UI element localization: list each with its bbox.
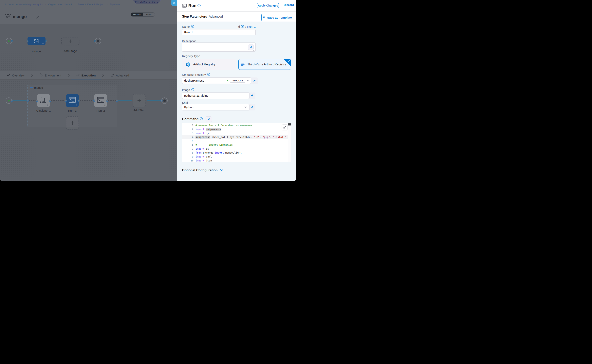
container-registry-value-box[interactable]: dockerHarness PROJECT	[182, 78, 251, 84]
add-parallel-step-node[interactable]	[66, 117, 79, 130]
port-dot[interactable]	[36, 100, 38, 102]
line-number: 7	[182, 147, 193, 150]
shell-value: Python	[184, 105, 194, 109]
image-value-box[interactable]: python:3.11-alpine	[182, 92, 249, 99]
info-icon[interactable]	[191, 88, 194, 92]
step-group-label: mongo	[34, 86, 43, 89]
code-line-1[interactable]: 1# ====== Install Dependencies ========	[182, 123, 288, 127]
port-dot[interactable]	[27, 100, 29, 102]
stage-node-mongo[interactable]: </> </>	[27, 37, 46, 45]
tab-separator-chevron	[31, 74, 33, 77]
execution-graph-canvas: mongo	[0, 80, 177, 181]
code-line-8[interactable]: 8from pymongo import MongoClient	[182, 151, 288, 155]
breadcrumb-item[interactable]: Pipelines	[110, 3, 120, 6]
pin-input-button[interactable]	[248, 45, 254, 50]
code-text: # ====== Import Libraries ============	[193, 143, 252, 146]
command-code-editor[interactable]: 1# ====== Install Dependencies ========2…	[182, 123, 291, 162]
name-input[interactable]	[182, 29, 256, 35]
edit-pencil-icon[interactable]	[36, 15, 39, 19]
stage-tab-environment[interactable]: Environment	[40, 71, 61, 79]
step-node-gitclone-1[interactable]: </>	[37, 94, 50, 107]
port-dot[interactable]	[11, 40, 13, 42]
code-text: import sys	[193, 132, 210, 135]
editor-scrollbar-thumb[interactable]	[288, 123, 291, 126]
pin-input-button[interactable]	[248, 92, 256, 99]
resize-handle[interactable]	[253, 49, 255, 51]
step-node-label: GitClone_1	[36, 109, 51, 112]
info-icon[interactable]	[197, 4, 201, 8]
port-dot[interactable]	[11, 100, 13, 102]
code-line-10[interactable]: 10import json	[182, 159, 288, 162]
yaml-badge: </>	[75, 104, 77, 106]
registry-option-third-party[interactable]: Third-Party Artifact Registry	[238, 59, 291, 70]
registry-type-label: Registry Type	[182, 54, 200, 58]
port-dot[interactable]	[49, 100, 51, 102]
code-line-3[interactable]: 3import sys	[182, 131, 288, 135]
code-line-9[interactable]: 9import yaml	[182, 155, 288, 159]
breadcrumb: Account: kurosakiichigo.songoku›Organiza…	[5, 0, 120, 9]
pin-icon	[250, 106, 254, 109]
info-icon[interactable]	[200, 117, 203, 121]
close-drawer-button[interactable]	[171, 0, 177, 6]
port-dot[interactable]	[106, 100, 108, 102]
stage-tab-overview[interactable]: Overview	[7, 71, 25, 79]
step-node-run-1[interactable]: </>	[66, 94, 79, 107]
pipeline-studio-badge: PIPELINE STUDIO	[133, 0, 161, 4]
discard-button[interactable]: Discard	[284, 3, 294, 6]
tab-step-parameters[interactable]: Step Parameters	[180, 12, 209, 21]
add-stage-node[interactable]	[61, 37, 79, 45]
registry-option-artifact-registry[interactable]: Artifact Registry	[182, 59, 236, 70]
description-textarea[interactable]	[182, 42, 256, 52]
pin-icon	[249, 46, 252, 49]
chevron-down-icon	[244, 106, 247, 108]
save-as-template-button[interactable]: Save as Template	[261, 14, 293, 21]
chevron-down-icon[interactable]	[247, 80, 249, 81]
apply-changes-button[interactable]: Apply Changes	[257, 3, 279, 8]
add-step-node[interactable]	[133, 94, 146, 107]
toggle-yaml[interactable]: YAML	[143, 13, 155, 16]
yaml-badge: </>	[104, 104, 106, 106]
line-number: 4	[182, 136, 193, 138]
shell-select[interactable]: Python	[182, 104, 249, 110]
step-node-run-2[interactable]: </>	[94, 94, 107, 107]
id-value[interactable]: Run_1	[247, 25, 256, 28]
code-text: import os	[193, 147, 209, 150]
stage-tab-execution[interactable]: Execution	[76, 71, 96, 79]
code-line-7[interactable]: 7import os	[182, 147, 288, 151]
code-line-6[interactable]: 6# ====== Import Libraries ============	[182, 143, 288, 147]
info-icon[interactable]	[207, 73, 210, 77]
optional-configuration-toggle[interactable]: Optional Configuration	[182, 168, 223, 172]
port-dot[interactable]	[78, 100, 80, 102]
port-dot[interactable]	[27, 40, 28, 42]
port-dot[interactable]	[93, 100, 95, 102]
editor-scrollbar[interactable]	[288, 123, 291, 162]
stop-icon	[163, 100, 166, 102]
breadcrumb-item[interactable]: Account: kurosakiichigo.songoku	[5, 3, 43, 6]
code-text: from pymongo import MongoClient	[193, 151, 242, 154]
visual-yaml-toggle: VISUAL YAML	[131, 13, 155, 17]
code-line-4[interactable]: 4subprocess.check_call([sys.executable, …	[182, 135, 288, 139]
port-dot[interactable]	[65, 100, 67, 102]
breadcrumb-item[interactable]: Project: Default Project	[78, 3, 104, 6]
upload-icon	[262, 16, 266, 19]
stage-tab-advanced[interactable]: Advanced	[111, 71, 129, 79]
code-line-2[interactable]: 2import subprocess	[182, 127, 288, 131]
code-text: subprocess.check_call([sys.executable, "…	[193, 136, 288, 138]
step-config-drawer: Run Apply Changes Discard Step Parameter…	[177, 0, 296, 181]
port-dot[interactable]	[46, 40, 47, 42]
breadcrumb-item[interactable]: Organization: default	[48, 3, 72, 6]
pipeline-title-bar: mongo VISUAL YAML	[0, 9, 177, 24]
image-field: python:3.11-alpine	[182, 92, 256, 99]
port-dot[interactable]	[116, 100, 118, 102]
pin-input-button[interactable]	[206, 116, 212, 122]
tab-advanced[interactable]: Advanced	[206, 12, 225, 21]
pin-input-button[interactable]	[248, 104, 256, 110]
expand-editor-button[interactable]	[282, 124, 288, 130]
pin-input-button[interactable]	[251, 78, 258, 84]
code-line-5[interactable]: 5	[182, 139, 288, 143]
toggle-visual[interactable]: VISUAL	[131, 13, 143, 16]
id-label: Id	[237, 25, 240, 28]
info-icon[interactable]	[241, 25, 244, 28]
command-label: Command	[182, 117, 203, 121]
add-stage-label: Add Stage	[63, 49, 77, 52]
